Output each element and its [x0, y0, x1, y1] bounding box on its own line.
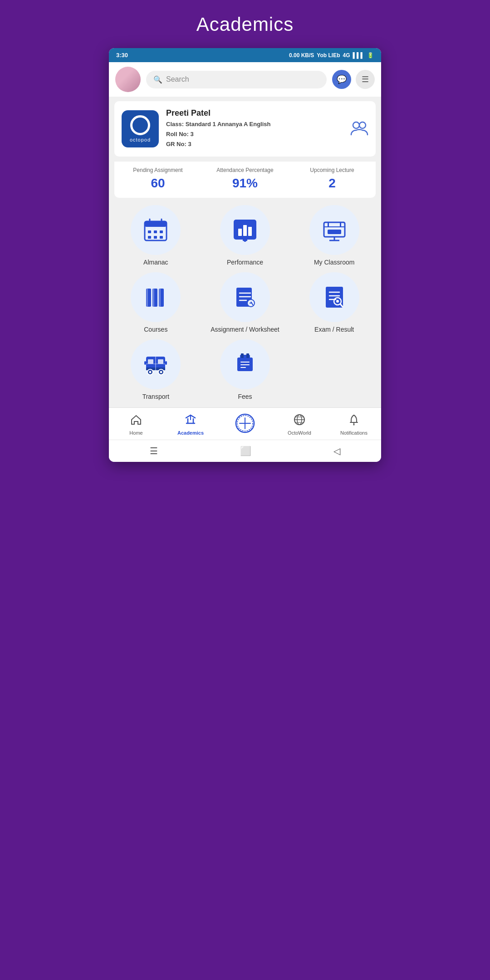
grid-label-performance: Performance — [227, 259, 263, 266]
svg-rect-13 — [238, 229, 242, 236]
svg-point-81 — [353, 424, 355, 426]
svg-point-52 — [149, 371, 152, 373]
svg-rect-11 — [160, 236, 163, 239]
svg-rect-30 — [159, 289, 161, 307]
stat-attendance[interactable]: Attendance Percentage 91% — [201, 167, 289, 191]
svg-rect-8 — [160, 230, 163, 233]
nav-item-octoworld[interactable]: OctoWorld — [284, 413, 315, 436]
system-nav: ☰ ⬜ ◁ — [109, 440, 381, 462]
header: 🔍 Search 💬 ☰ — [109, 62, 381, 97]
battery-icon: 🔋 — [367, 52, 374, 59]
phone-frame: 3:30 0.00 KB/S Yob LIEb 4G ▌▌▌ 🔋 🔍 Searc… — [109, 48, 381, 462]
chat-icon: 💬 — [337, 74, 347, 84]
bell-icon — [348, 413, 360, 429]
nav-label-academics: Academics — [177, 430, 204, 436]
calendar-icon — [131, 205, 181, 255]
search-icon: 🔍 — [153, 75, 162, 84]
header-icons: 💬 ☰ — [332, 70, 375, 89]
svg-rect-10 — [154, 236, 157, 239]
profile-roll: Roll No: 3 — [166, 129, 343, 139]
chat-button[interactable]: 💬 — [332, 70, 351, 89]
nav-item-octoworld-center[interactable] — [229, 413, 261, 436]
network-speed: 0.00 KB/S — [289, 52, 314, 59]
octopod-text: octopod — [130, 137, 151, 142]
grid-item-transport[interactable]: Transport — [114, 339, 197, 400]
profile-class: Class: Standard 1 Annanya A English — [166, 119, 343, 129]
academics-icon — [184, 413, 197, 429]
carrier: Yob LIEb — [317, 52, 340, 59]
books-icon — [131, 272, 181, 322]
svg-point-43 — [336, 300, 339, 303]
svg-rect-46 — [148, 359, 153, 364]
nav-label-notifications: Notifications — [340, 430, 368, 436]
grid-label-assignment: Assignment / Worksheet — [211, 326, 279, 333]
octopod-circle — [130, 115, 150, 135]
stat-pending[interactable]: Pending Assignment 60 — [114, 167, 201, 191]
profile-card: octopod Preeti Patel Class: Standard 1 A… — [114, 101, 376, 157]
grid-label-fees: Fees — [238, 393, 252, 400]
home-icon — [130, 413, 142, 429]
nav-label-home: Home — [129, 430, 142, 436]
system-home-icon[interactable]: ⬜ — [240, 446, 251, 456]
network-type: 4G — [343, 52, 350, 59]
svg-rect-20 — [328, 230, 341, 234]
svg-rect-56 — [165, 361, 167, 365]
svg-rect-22 — [340, 222, 341, 227]
nav-item-notifications[interactable]: Notifications — [338, 413, 370, 436]
grid-item-performance[interactable]: Performance — [204, 205, 287, 266]
grid-item-courses[interactable]: Courses — [114, 272, 197, 333]
group-icon[interactable] — [350, 119, 368, 139]
lecture-label: Upcoming Lecture — [289, 167, 376, 173]
svg-rect-47 — [158, 359, 163, 364]
chart-icon — [220, 205, 270, 255]
stat-lecture[interactable]: Upcoming Lecture 2 — [289, 167, 376, 191]
menu-button[interactable]: ☰ — [356, 70, 375, 89]
avatar[interactable] — [115, 67, 141, 92]
search-bar[interactable]: 🔍 Search — [146, 71, 327, 88]
signal-bars: ▌▌▌ — [353, 52, 364, 59]
pending-label: Pending Assignment — [114, 167, 201, 173]
svg-line-64 — [186, 415, 191, 418]
system-back-icon[interactable]: ◁ — [333, 446, 340, 456]
pending-value: 60 — [114, 176, 201, 191]
status-bar: 3:30 0.00 KB/S Yob LIEb 4G ▌▌▌ 🔋 — [109, 48, 381, 62]
svg-rect-7 — [154, 230, 157, 233]
svg-rect-15 — [248, 227, 252, 236]
status-right: 0.00 KB/S Yob LIEb 4G ▌▌▌ 🔋 — [289, 52, 374, 59]
page-title: Academics — [196, 14, 294, 35]
grid-label-transport: Transport — [142, 393, 169, 400]
profile-info: Preeti Patel Class: Standard 1 Annanya A… — [166, 108, 343, 149]
svg-rect-17 — [243, 240, 247, 241]
nav-item-academics[interactable]: Academics — [175, 413, 206, 436]
profile-name: Preeti Patel — [166, 108, 343, 118]
stats-row: Pending Assignment 60 Attendance Percent… — [114, 161, 376, 198]
octopod-logo: octopod — [122, 110, 159, 147]
grid-item-almanac[interactable]: Almanac — [114, 205, 197, 266]
globe-icon — [293, 413, 306, 429]
grid-item-myclassroom[interactable]: My Classroom — [293, 205, 376, 266]
attendance-label: Attendance Percentage — [201, 167, 289, 173]
profile-gr: GR No: 3 — [166, 139, 343, 149]
fees-icon — [220, 339, 270, 389]
svg-rect-55 — [144, 361, 146, 365]
system-menu-icon[interactable]: ☰ — [150, 446, 158, 456]
status-time: 3:30 — [116, 52, 128, 59]
grid-item-fees[interactable]: Fees — [204, 339, 287, 400]
grid-item-assignment[interactable]: Assignment / Worksheet — [204, 272, 287, 333]
grid-item-examresult[interactable]: Exam / Result — [293, 272, 376, 333]
assignment-icon — [220, 272, 270, 322]
svg-line-65 — [191, 415, 195, 418]
nav-label-octoworld: OctoWorld — [288, 430, 311, 436]
bottom-nav: Home Academics OctoWorld Notifications — [109, 407, 381, 440]
svg-rect-9 — [148, 236, 151, 239]
grid-label-myclassroom: My Classroom — [314, 259, 354, 266]
plus-badge-icon — [235, 413, 255, 436]
svg-rect-29 — [153, 289, 154, 307]
svg-point-54 — [160, 371, 162, 373]
svg-rect-3 — [145, 221, 167, 227]
svg-rect-59 — [241, 353, 244, 358]
svg-rect-60 — [246, 353, 249, 358]
svg-point-1 — [359, 122, 366, 128]
nav-item-home[interactable]: Home — [120, 413, 152, 436]
svg-point-0 — [353, 122, 359, 128]
